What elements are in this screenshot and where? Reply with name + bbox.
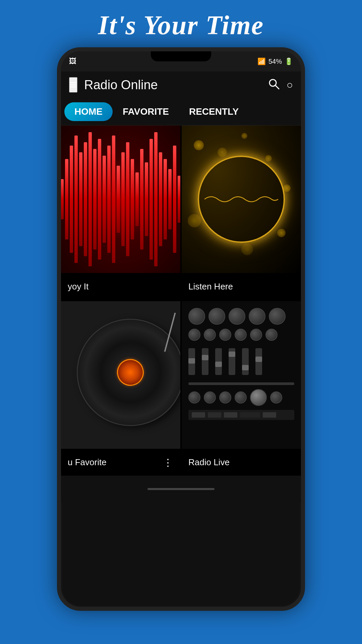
more-button[interactable]: ○	[287, 79, 293, 90]
vinyl-record	[65, 307, 180, 438]
vinyl-center	[114, 356, 147, 389]
image-icon: 🖼	[69, 57, 76, 66]
home-indicator	[147, 488, 215, 490]
tabs-row: HOME FAVORITE RECENTLY	[61, 98, 301, 125]
card-radio-live[interactable]: Radio Live	[182, 301, 301, 476]
bottom-nav	[61, 476, 301, 502]
tab-recent[interactable]: RECENTLY	[179, 102, 249, 121]
red-bars-container	[61, 125, 180, 273]
status-bar: 🖼 📶 54% 🔋	[61, 51, 301, 71]
tab-favorite[interactable]: FAVORITE	[113, 102, 179, 121]
card3-label: u Favorite	[68, 457, 107, 468]
card3-footer: u Favorite ⋮	[61, 449, 180, 476]
silent-button[interactable]	[57, 199, 60, 226]
battery-percent: 54%	[268, 58, 282, 65]
power-button[interactable]	[302, 152, 305, 179]
card4-footer: Radio Live	[182, 449, 301, 476]
menu-button[interactable]: ≡	[69, 77, 77, 93]
volume-down-button[interactable]	[57, 162, 60, 189]
status-left: 🖼	[69, 57, 76, 66]
tab-home[interactable]: HOME	[64, 102, 113, 121]
card1-label: yoy It	[68, 281, 88, 292]
vinyl-arm	[164, 313, 176, 352]
gold-wave-svg	[204, 193, 278, 206]
app-title: Radio Online	[84, 78, 158, 92]
mixer-panel	[182, 301, 301, 449]
card2-bg	[182, 125, 301, 273]
gold-circle	[198, 156, 285, 243]
card3-bg	[61, 301, 180, 449]
phone-frame: 🖼 📶 54% 🔋 ≡ Radio Online ○ HOME FAVORITE	[57, 47, 305, 611]
search-button[interactable]	[268, 78, 280, 92]
card4-label: Radio Live	[188, 457, 230, 468]
page-title-text: It's Your Time	[0, 0, 362, 47]
card1-footer: yoy It	[61, 273, 180, 300]
card2-label: Listen Here	[188, 281, 233, 292]
card-your-favorite[interactable]: u Favorite ⋮	[61, 301, 180, 476]
volume-up-button[interactable]	[57, 135, 60, 152]
notch-center	[151, 51, 211, 61]
status-right: 📶 54% 🔋	[257, 57, 293, 65]
card-enjoy-it[interactable]: yoy It	[61, 125, 180, 300]
card2-footer: Listen Here	[182, 273, 301, 300]
content-grid: yoy It Listen	[61, 125, 301, 476]
header-right: ○	[268, 78, 293, 92]
header-left: ≡ Radio Online	[69, 77, 158, 93]
card1-bg	[61, 125, 180, 273]
signal-icon: 📶	[257, 57, 266, 65]
svg-line-1	[275, 85, 279, 89]
battery-icon: 🔋	[285, 57, 293, 65]
card-listen-here[interactable]: Listen Here	[182, 125, 301, 300]
app-header: ≡ Radio Online ○	[61, 71, 301, 98]
card4-bg	[182, 301, 301, 449]
card3-more-dots[interactable]: ⋮	[163, 457, 174, 468]
